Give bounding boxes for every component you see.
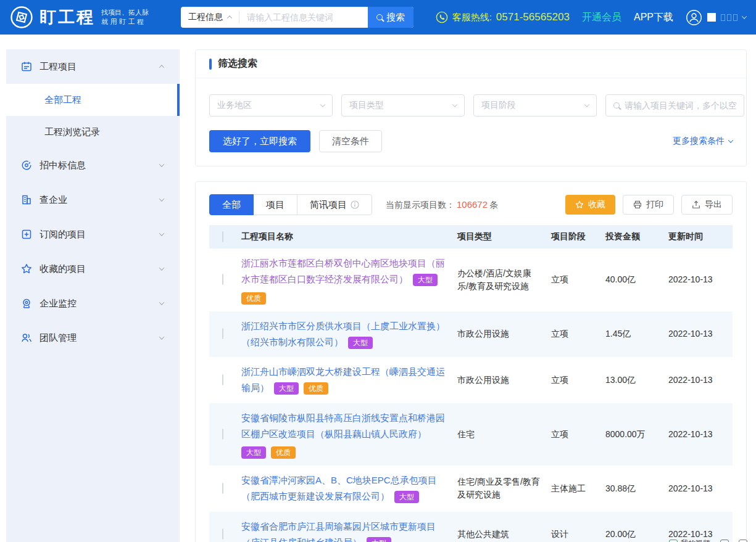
print-button[interactable]: 打印 [623, 195, 674, 215]
add-square-icon [21, 229, 32, 240]
clear-conditions-button[interactable]: 清空条件 [319, 130, 382, 152]
tag-large: 大型 [348, 337, 373, 349]
result-count-label: 当前显示项目数： [386, 200, 455, 210]
tab-label: 全部 [222, 199, 241, 211]
project-type: 市政公用设施 [452, 311, 546, 358]
search-input[interactable] [239, 7, 368, 28]
project-stage-placeholder: 项目阶段 [481, 100, 516, 111]
dock-icon[interactable] [720, 540, 729, 542]
sidebar-item-all-projects[interactable]: 全部工程 [6, 84, 180, 116]
chevron-down-icon [159, 196, 164, 201]
service-hotline: 客服热线: 0571-56565203 [436, 11, 570, 23]
chevron-down-icon [584, 102, 589, 107]
project-name-link[interactable]: 安徽省铜陵市枞阳县特高压白浙线安置点和桥港园区棚户区改造项目（枞阳县藕山镇人民政… [241, 413, 445, 439]
export-button[interactable]: 导出 [681, 195, 733, 215]
filter-panel: 筛选搜索 业务地区 项目类型 项目阶段 选好了，立即搜索 清空条件 [195, 49, 747, 166]
more-conditions-link[interactable]: 更多搜索条件 [673, 136, 733, 147]
app-download-link[interactable]: APP下载 [634, 11, 673, 24]
result-count-value: 106672 [457, 199, 488, 210]
list-action-buttons: 收藏 打印 导出 [565, 195, 733, 215]
sidebar: 工程项目 全部工程 工程浏览记录 招中标信息 查企业 订 [6, 49, 180, 542]
column-header-date: 更新时间 [663, 225, 733, 248]
team-users-icon [21, 332, 32, 343]
project-name-link[interactable]: 浙江绍兴市市区分质供水项目（上虞工业水置换）（绍兴市制水有限公司） [241, 321, 445, 347]
tab-brief-projects[interactable]: 简讯项目 [297, 194, 372, 215]
project-list-panel: 全部 项目 简讯项目 当前显示项目数：106672条 [195, 181, 747, 542]
chevron-down-icon [159, 334, 164, 339]
tab-projects[interactable]: 项目 [253, 194, 297, 215]
app-logo[interactable]: 盯工程 找项目、拓人脉 就用盯工程 [10, 6, 149, 29]
keyword-input[interactable] [625, 101, 736, 110]
investment-amount: 20.00亿 [600, 512, 663, 542]
table-row: 安徽省潭冲河家园A、B、C地块EPC总承包项目（肥西城市更新建设发展有限公司）大… [209, 466, 733, 512]
update-date: 2022-10-13 [663, 248, 733, 311]
project-folder-icon [21, 61, 32, 72]
select-all-checkbox[interactable] [222, 231, 223, 242]
filter-controls: 业务地区 项目类型 项目阶段 [196, 78, 746, 117]
my-video-shortcut[interactable]: 我的视频 [669, 538, 710, 542]
open-membership-link[interactable]: 开通会员 [582, 11, 621, 24]
tag-premium: 优质 [241, 292, 266, 305]
project-name-link[interactable]: 安徽省合肥市庐江县周瑜墓园片区城市更新项目（庐江县住房和城乡建设局） [241, 521, 436, 542]
chevron-down-icon [742, 14, 747, 18]
row-checkbox[interactable] [222, 374, 223, 385]
sidebar-item-label: 招中标信息 [39, 160, 86, 171]
sidebar-item-team-management[interactable]: 团队管理 [6, 321, 180, 355]
star-icon [21, 263, 32, 274]
update-date: 2022-10-13 [663, 512, 733, 542]
bottom-dock: 我的视频 [669, 538, 747, 542]
row-checkbox[interactable] [222, 483, 223, 494]
avatar-icon [686, 9, 702, 26]
printer-icon [633, 200, 642, 209]
filter-title: 筛选搜索 [218, 57, 257, 70]
project-name-link[interactable]: 浙江舟山市嵊泗双龙大桥建设工程（嵊泗县交通运输局） [241, 366, 445, 393]
chevron-down-icon [320, 102, 325, 107]
sidebar-item-favorite-projects[interactable]: 收藏的项目 [6, 252, 180, 286]
chevron-down-icon [159, 265, 164, 270]
sidebar-item-bidding-info[interactable]: 招中标信息 [6, 148, 180, 183]
project-stage: 立项 [546, 403, 600, 466]
tab-all[interactable]: 全部 [209, 194, 254, 215]
header-search-bar: 工程信息 搜索 [181, 7, 413, 28]
user-name-redacted-block [707, 13, 716, 22]
investment-amount: 40.00亿 [600, 248, 663, 311]
region-select[interactable]: 业务地区 [209, 94, 333, 117]
chevron-down-icon [452, 102, 457, 107]
sidebar-item-company-monitor[interactable]: 企业监控 [6, 286, 180, 321]
column-header-type: 项目类型 [452, 225, 546, 248]
user-account-menu[interactable] [686, 9, 746, 26]
project-type: 其他公共建筑 [452, 512, 546, 542]
logo-tagline: 找项目、拓人脉 就用盯工程 [101, 8, 149, 27]
row-checkbox[interactable] [222, 429, 223, 440]
sidebar-item-company-search[interactable]: 查企业 [6, 183, 180, 217]
sidebar-item-projects[interactable]: 工程项目 [6, 49, 180, 84]
tab-label: 简讯项目 [310, 199, 347, 211]
favorite-button[interactable]: 收藏 [565, 195, 615, 215]
apply-search-button[interactable]: 选好了，立即搜索 [209, 130, 310, 152]
project-stage-select[interactable]: 项目阶段 [473, 94, 597, 117]
dock-icon[interactable] [739, 540, 747, 542]
search-category-select[interactable]: 工程信息 [181, 7, 239, 28]
search-button[interactable]: 搜索 [368, 7, 413, 28]
sidebar-item-subscribed-projects[interactable]: 订阅的项目 [6, 217, 180, 252]
top-header: 盯工程 找项目、拓人脉 就用盯工程 工程信息 搜索 客服热线: 0571-565… [0, 0, 756, 35]
sidebar-item-browse-history[interactable]: 工程浏览记录 [6, 116, 180, 148]
sidebar-subitem-label: 工程浏览记录 [44, 126, 100, 138]
table-header-row: 工程项目名称 项目类型 项目阶段 投资金额 更新时间 [209, 225, 733, 248]
print-button-label: 打印 [646, 199, 663, 210]
table-row: 安徽省铜陵市枞阳县特高压白浙线安置点和桥港园区棚户区改造项目（枞阳县藕山镇人民政… [209, 403, 733, 466]
row-checkbox[interactable] [222, 274, 223, 285]
row-checkbox[interactable] [222, 528, 223, 540]
tab-label: 项目 [266, 199, 285, 211]
hotline-label: 客服热线: [452, 12, 492, 23]
update-date: 2022-10-13 [663, 466, 733, 512]
project-type-select[interactable]: 项目类型 [341, 94, 465, 117]
project-stage: 设计 [546, 512, 600, 542]
column-header-stage: 项目阶段 [546, 225, 600, 248]
tag-large: 大型 [274, 382, 299, 395]
accent-bar [209, 59, 212, 70]
table-row: 浙江丽水市莲都区白桥双创中心南区地块项目（丽水市莲都区白口数字经济发展有限公司）… [209, 248, 733, 311]
row-checkbox[interactable] [222, 328, 223, 339]
chevron-down-icon [159, 162, 164, 166]
result-count: 当前显示项目数：106672条 [386, 199, 498, 211]
